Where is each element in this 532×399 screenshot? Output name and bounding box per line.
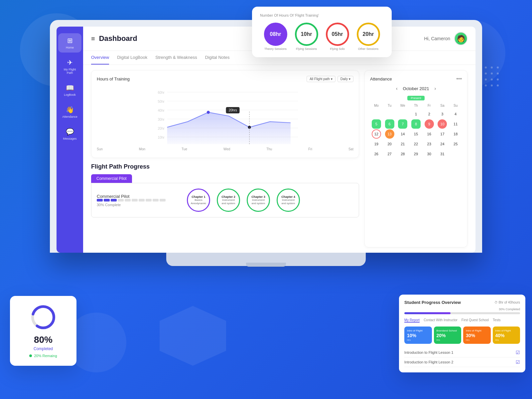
cal-header-th: Th [410,102,422,109]
menu-icon[interactable]: ≡ [91,35,95,43]
laptop-notch [246,263,286,267]
fp-tab[interactable]: Commercial Pilot [91,174,132,183]
fp-bar-1 [97,199,103,201]
avatar[interactable]: 🧑 [454,32,467,45]
sp-tabs: My Report Contact With Instructor First … [404,318,520,323]
cal-header-mo: Mo [370,102,383,109]
main-content: ≡ Dashboard Hi, Cameron 🧑 Overview Digit… [83,27,475,253]
tab-overview[interactable]: Overview [91,51,109,65]
fp-bar-2 [104,199,110,201]
sp-mod-sub-1: Hrs [407,339,429,341]
right-panel: Attendance ••• ‹ October 2021 › Present [364,70,467,247]
present-badge: Present [407,96,424,100]
cal-day-21: 21 [398,139,407,149]
sidebar-item-flight-path[interactable]: ✈ My Flight Path [58,55,81,78]
sidebar: ⊞ Home ✈ My Flight Path 📖 LogBook 👋 Atte… [57,27,83,253]
laptop-screen: ⊞ Home ✈ My Flight Path 📖 LogBook 👋 Atte… [57,27,475,253]
cal-day-6: 6 [385,119,394,129]
content-area: Hours of Training All Flight path ▾ Dail… [83,65,475,253]
tab-notes[interactable]: Digital Notes [205,51,230,65]
cal-day-1: 1 [411,109,421,119]
sp-progress-fill [404,312,451,314]
sidebar-item-messages[interactable]: 💬 Messages [58,124,81,144]
cal-day-2: 2 [425,109,434,119]
sidebar-label-logbook: LogBook [64,93,76,96]
fp-bar-5 [125,199,131,201]
cal-day-empty-2 [385,109,394,119]
sidebar-item-home[interactable]: ⊞ Home [58,33,81,53]
chapter-2: Chapter 2 Instrument and system [217,189,240,212]
calendar-grid: Mo Tu We Th Fr Sa Su 1 2 [370,102,462,159]
filter-daily-label: Daily [340,77,348,81]
cal-day-28: 28 [398,149,407,159]
greeting-text: Hi, Cameron [424,36,450,41]
header-left: ≡ Dashboard [91,34,137,43]
chart-tooltip: 20hrs [226,107,240,113]
flight-path-section: Flight Path Progress Commercial Pilot Co… [91,163,359,217]
chapter-3-circle: Chapter 3 Instrument and system [247,189,270,212]
cal-next[interactable]: › [434,86,436,91]
tab-logbook[interactable]: Digital LogBook [117,51,147,65]
fhc-theory: 08hr Theory Sessions [264,23,287,51]
filter-daily[interactable]: Daily ▾ [337,76,353,82]
calendar-nav: ‹ October 2021 › [370,86,462,91]
filter-flight-path[interactable]: All Flight path ▾ [307,76,335,82]
fhc-label-theory: Theory Sessions [264,47,287,51]
chart-svg: 60hr 50hr 40hr 30hr 20hr 10hr [97,86,353,146]
sp-progress-bar [404,312,520,314]
sp-mod-pct-4: 40% [495,333,518,338]
remaining-row: 20% Remaing [18,354,68,358]
cal-day-empty-1 [372,109,381,119]
attendance-icon: 👋 [66,106,74,114]
fhc-label-other: Other Sessions [358,47,379,51]
fp-bar-9 [153,199,159,201]
sp-tab-report[interactable]: My Report [404,318,420,323]
sp-mod-pct-1: 10% [407,333,429,338]
cal-prev[interactable]: ‹ [396,86,398,91]
cal-day-25: 25 [451,139,460,149]
sp-tab-school[interactable]: First Quest School [462,318,489,323]
fp-content: Commercial Pilot [91,183,359,217]
cal-header-sa: Sa [436,102,449,109]
sp-mod-sub-4: Hrs [495,339,518,341]
fhc-flying: 10hr Flying Sessions [295,23,318,51]
cal-day-3: 3 [438,109,447,119]
fp-label: Commercial Pilot [97,194,166,199]
tab-strength[interactable]: Strength & Weakness [155,51,197,65]
chapter-circles: Chapter 1 Basics Areodynamic Chapter 2 I… [187,189,300,212]
donut-chart [30,304,57,331]
sidebar-item-logbook[interactable]: 📖 LogBook [58,80,81,100]
fhc-ring-theory: 08hr [264,23,287,46]
cal-day-14: 14 [398,129,407,139]
remaining-dot [29,354,32,357]
cal-day-16: 16 [425,129,434,139]
home-icon: ⊞ [67,37,73,45]
fhc-circles: 08hr Theory Sessions 10hr Flying Session… [260,23,384,51]
chart-title: Hours of Training [97,76,130,81]
cal-day-17: 17 [438,129,447,139]
sp-tab-instructor[interactable]: Contact With Instructor [424,318,458,323]
fp-bar-8 [146,199,152,201]
sp-tab-tests[interactable]: Tests [493,318,500,323]
sidebar-item-attendance[interactable]: 👋 Attendance [58,102,81,122]
cal-day-9: 9 [425,119,434,129]
cal-day-12: 12 [372,129,381,139]
filter-flight-path-label: All Flight path [310,77,330,81]
sidebar-label-flight: My Flight Path [61,68,79,74]
fhc-hours-solo: 05hr [332,31,343,37]
sp-lesson-1: Introduction to Flight Lesson 1 ☑ [404,348,520,357]
sidebar-label-attendance: Attendance [62,115,77,118]
chapter-1-circle: Chapter 1 Basics Areodynamic [187,189,210,212]
fhc-hours-other: 20hr [363,31,374,37]
sp-lesson-2: Introduction to Flight Lesson 2 ☑ [404,357,520,367]
fhc-solo: 05hr Flying Solo [326,23,349,51]
att-title: Attendance [370,76,392,81]
cal-day-8: 8 [411,119,421,129]
att-more-icon[interactable]: ••• [456,76,462,82]
cal-day-29: 29 [411,149,421,159]
donut-container [30,304,57,332]
sp-header: Student Progress Overview ⏱ 8hr of 40hou… [404,300,520,305]
att-header: Attendance ••• [370,76,462,82]
left-panel: Hours of Training All Flight path ▾ Dail… [91,70,359,247]
flight-path-title: Flight Path Progress [91,163,359,170]
